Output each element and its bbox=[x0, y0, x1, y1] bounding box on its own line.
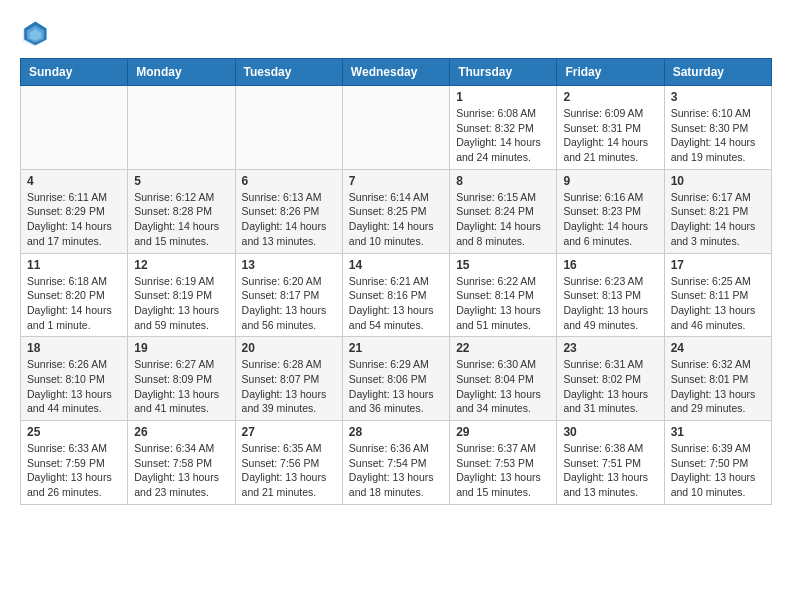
day-info: Sunrise: 6:32 AMSunset: 8:01 PMDaylight:… bbox=[671, 357, 765, 416]
calendar-cell bbox=[342, 86, 449, 170]
calendar-cell: 29Sunrise: 6:37 AMSunset: 7:53 PMDayligh… bbox=[450, 421, 557, 505]
day-number: 1 bbox=[456, 90, 550, 104]
calendar-cell: 8Sunrise: 6:15 AMSunset: 8:24 PMDaylight… bbox=[450, 169, 557, 253]
day-info: Sunrise: 6:39 AMSunset: 7:50 PMDaylight:… bbox=[671, 441, 765, 500]
day-number: 21 bbox=[349, 341, 443, 355]
day-number: 18 bbox=[27, 341, 121, 355]
day-info: Sunrise: 6:28 AMSunset: 8:07 PMDaylight:… bbox=[242, 357, 336, 416]
calendar-cell: 13Sunrise: 6:20 AMSunset: 8:17 PMDayligh… bbox=[235, 253, 342, 337]
calendar-cell: 15Sunrise: 6:22 AMSunset: 8:14 PMDayligh… bbox=[450, 253, 557, 337]
calendar-cell: 3Sunrise: 6:10 AMSunset: 8:30 PMDaylight… bbox=[664, 86, 771, 170]
day-number: 13 bbox=[242, 258, 336, 272]
day-header-sunday: Sunday bbox=[21, 59, 128, 86]
page-header bbox=[20, 20, 772, 48]
day-number: 6 bbox=[242, 174, 336, 188]
day-info: Sunrise: 6:26 AMSunset: 8:10 PMDaylight:… bbox=[27, 357, 121, 416]
day-header-saturday: Saturday bbox=[664, 59, 771, 86]
calendar-cell: 4Sunrise: 6:11 AMSunset: 8:29 PMDaylight… bbox=[21, 169, 128, 253]
day-info: Sunrise: 6:18 AMSunset: 8:20 PMDaylight:… bbox=[27, 274, 121, 333]
day-header-tuesday: Tuesday bbox=[235, 59, 342, 86]
calendar-cell: 11Sunrise: 6:18 AMSunset: 8:20 PMDayligh… bbox=[21, 253, 128, 337]
day-info: Sunrise: 6:31 AMSunset: 8:02 PMDaylight:… bbox=[563, 357, 657, 416]
day-info: Sunrise: 6:20 AMSunset: 8:17 PMDaylight:… bbox=[242, 274, 336, 333]
calendar-cell: 5Sunrise: 6:12 AMSunset: 8:28 PMDaylight… bbox=[128, 169, 235, 253]
calendar-cell: 21Sunrise: 6:29 AMSunset: 8:06 PMDayligh… bbox=[342, 337, 449, 421]
calendar-cell: 7Sunrise: 6:14 AMSunset: 8:25 PMDaylight… bbox=[342, 169, 449, 253]
day-number: 4 bbox=[27, 174, 121, 188]
day-number: 11 bbox=[27, 258, 121, 272]
day-header-friday: Friday bbox=[557, 59, 664, 86]
calendar-cell: 22Sunrise: 6:30 AMSunset: 8:04 PMDayligh… bbox=[450, 337, 557, 421]
day-number: 14 bbox=[349, 258, 443, 272]
calendar: SundayMondayTuesdayWednesdayThursdayFrid… bbox=[20, 58, 772, 505]
day-number: 29 bbox=[456, 425, 550, 439]
day-number: 7 bbox=[349, 174, 443, 188]
day-info: Sunrise: 6:37 AMSunset: 7:53 PMDaylight:… bbox=[456, 441, 550, 500]
calendar-header-row: SundayMondayTuesdayWednesdayThursdayFrid… bbox=[21, 59, 772, 86]
calendar-week-row: 11Sunrise: 6:18 AMSunset: 8:20 PMDayligh… bbox=[21, 253, 772, 337]
day-header-thursday: Thursday bbox=[450, 59, 557, 86]
day-info: Sunrise: 6:12 AMSunset: 8:28 PMDaylight:… bbox=[134, 190, 228, 249]
calendar-cell: 2Sunrise: 6:09 AMSunset: 8:31 PMDaylight… bbox=[557, 86, 664, 170]
day-number: 30 bbox=[563, 425, 657, 439]
day-info: Sunrise: 6:27 AMSunset: 8:09 PMDaylight:… bbox=[134, 357, 228, 416]
calendar-cell: 18Sunrise: 6:26 AMSunset: 8:10 PMDayligh… bbox=[21, 337, 128, 421]
calendar-cell: 14Sunrise: 6:21 AMSunset: 8:16 PMDayligh… bbox=[342, 253, 449, 337]
day-number: 19 bbox=[134, 341, 228, 355]
logo-icon bbox=[20, 20, 48, 48]
calendar-cell: 6Sunrise: 6:13 AMSunset: 8:26 PMDaylight… bbox=[235, 169, 342, 253]
day-number: 17 bbox=[671, 258, 765, 272]
day-info: Sunrise: 6:19 AMSunset: 8:19 PMDaylight:… bbox=[134, 274, 228, 333]
day-info: Sunrise: 6:17 AMSunset: 8:21 PMDaylight:… bbox=[671, 190, 765, 249]
logo bbox=[20, 20, 52, 48]
day-header-monday: Monday bbox=[128, 59, 235, 86]
calendar-cell: 20Sunrise: 6:28 AMSunset: 8:07 PMDayligh… bbox=[235, 337, 342, 421]
calendar-cell bbox=[128, 86, 235, 170]
calendar-cell: 10Sunrise: 6:17 AMSunset: 8:21 PMDayligh… bbox=[664, 169, 771, 253]
calendar-cell: 31Sunrise: 6:39 AMSunset: 7:50 PMDayligh… bbox=[664, 421, 771, 505]
calendar-cell: 9Sunrise: 6:16 AMSunset: 8:23 PMDaylight… bbox=[557, 169, 664, 253]
day-info: Sunrise: 6:22 AMSunset: 8:14 PMDaylight:… bbox=[456, 274, 550, 333]
day-info: Sunrise: 6:08 AMSunset: 8:32 PMDaylight:… bbox=[456, 106, 550, 165]
calendar-cell: 1Sunrise: 6:08 AMSunset: 8:32 PMDaylight… bbox=[450, 86, 557, 170]
day-number: 28 bbox=[349, 425, 443, 439]
day-info: Sunrise: 6:29 AMSunset: 8:06 PMDaylight:… bbox=[349, 357, 443, 416]
calendar-week-row: 4Sunrise: 6:11 AMSunset: 8:29 PMDaylight… bbox=[21, 169, 772, 253]
day-info: Sunrise: 6:25 AMSunset: 8:11 PMDaylight:… bbox=[671, 274, 765, 333]
calendar-cell: 17Sunrise: 6:25 AMSunset: 8:11 PMDayligh… bbox=[664, 253, 771, 337]
day-number: 10 bbox=[671, 174, 765, 188]
calendar-week-row: 1Sunrise: 6:08 AMSunset: 8:32 PMDaylight… bbox=[21, 86, 772, 170]
day-number: 27 bbox=[242, 425, 336, 439]
day-info: Sunrise: 6:21 AMSunset: 8:16 PMDaylight:… bbox=[349, 274, 443, 333]
calendar-cell: 16Sunrise: 6:23 AMSunset: 8:13 PMDayligh… bbox=[557, 253, 664, 337]
day-info: Sunrise: 6:10 AMSunset: 8:30 PMDaylight:… bbox=[671, 106, 765, 165]
day-number: 26 bbox=[134, 425, 228, 439]
day-header-wednesday: Wednesday bbox=[342, 59, 449, 86]
calendar-week-row: 25Sunrise: 6:33 AMSunset: 7:59 PMDayligh… bbox=[21, 421, 772, 505]
day-info: Sunrise: 6:13 AMSunset: 8:26 PMDaylight:… bbox=[242, 190, 336, 249]
calendar-cell: 24Sunrise: 6:32 AMSunset: 8:01 PMDayligh… bbox=[664, 337, 771, 421]
day-number: 20 bbox=[242, 341, 336, 355]
day-number: 8 bbox=[456, 174, 550, 188]
day-number: 2 bbox=[563, 90, 657, 104]
day-info: Sunrise: 6:33 AMSunset: 7:59 PMDaylight:… bbox=[27, 441, 121, 500]
day-number: 23 bbox=[563, 341, 657, 355]
calendar-cell: 28Sunrise: 6:36 AMSunset: 7:54 PMDayligh… bbox=[342, 421, 449, 505]
calendar-cell: 19Sunrise: 6:27 AMSunset: 8:09 PMDayligh… bbox=[128, 337, 235, 421]
day-info: Sunrise: 6:14 AMSunset: 8:25 PMDaylight:… bbox=[349, 190, 443, 249]
day-info: Sunrise: 6:34 AMSunset: 7:58 PMDaylight:… bbox=[134, 441, 228, 500]
calendar-cell: 26Sunrise: 6:34 AMSunset: 7:58 PMDayligh… bbox=[128, 421, 235, 505]
day-number: 22 bbox=[456, 341, 550, 355]
day-info: Sunrise: 6:30 AMSunset: 8:04 PMDaylight:… bbox=[456, 357, 550, 416]
day-number: 5 bbox=[134, 174, 228, 188]
calendar-cell: 25Sunrise: 6:33 AMSunset: 7:59 PMDayligh… bbox=[21, 421, 128, 505]
calendar-cell: 23Sunrise: 6:31 AMSunset: 8:02 PMDayligh… bbox=[557, 337, 664, 421]
calendar-cell bbox=[21, 86, 128, 170]
day-info: Sunrise: 6:15 AMSunset: 8:24 PMDaylight:… bbox=[456, 190, 550, 249]
day-info: Sunrise: 6:16 AMSunset: 8:23 PMDaylight:… bbox=[563, 190, 657, 249]
day-number: 24 bbox=[671, 341, 765, 355]
day-info: Sunrise: 6:35 AMSunset: 7:56 PMDaylight:… bbox=[242, 441, 336, 500]
day-number: 12 bbox=[134, 258, 228, 272]
calendar-cell: 30Sunrise: 6:38 AMSunset: 7:51 PMDayligh… bbox=[557, 421, 664, 505]
day-number: 25 bbox=[27, 425, 121, 439]
